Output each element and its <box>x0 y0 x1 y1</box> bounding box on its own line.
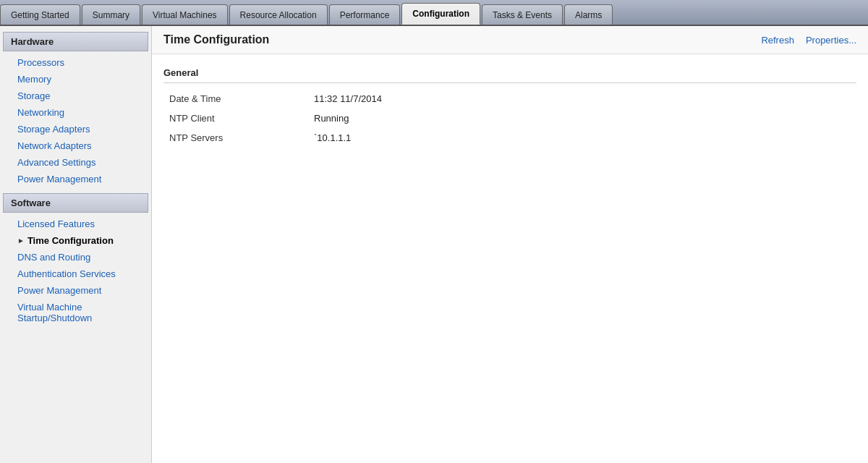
info-table: Date & Time 11:32 11/7/2014 NTP Client R… <box>163 89 856 148</box>
tab-alarms[interactable]: Alarms <box>564 4 613 25</box>
ntp-client-label: NTP Client <box>163 109 308 128</box>
hardware-section: Hardware Processors Memory Storage Netwo… <box>0 32 151 187</box>
sidebar-item-network-adapters[interactable]: Network Adapters <box>0 137 151 154</box>
tab-tasks-events[interactable]: Tasks & Events <box>482 4 563 25</box>
sidebar-item-storage-adapters[interactable]: Storage Adapters <box>0 121 151 137</box>
ntp-client-value: Running <box>308 109 856 128</box>
sidebar-item-vm-startup-shutdown[interactable]: Virtual Machine Startup/Shutdown <box>0 299 151 326</box>
sidebar-item-power-management-hw[interactable]: Power Management <box>0 171 151 187</box>
refresh-link[interactable]: Refresh <box>761 35 794 46</box>
general-section-title: General <box>163 63 856 83</box>
time-config-arrow-icon: ► <box>17 237 25 245</box>
sidebar-item-storage[interactable]: Storage <box>0 88 151 104</box>
software-section-header: Software <box>3 193 148 213</box>
content-title: Time Configuration <box>163 33 269 46</box>
hardware-section-header: Hardware <box>3 32 148 51</box>
software-section: Software Licensed Features ► Time Config… <box>0 193 151 326</box>
sidebar-item-power-management-sw[interactable]: Power Management <box>0 282 151 299</box>
tab-getting-started[interactable]: Getting Started <box>0 4 80 25</box>
sidebar: Hardware Processors Memory Storage Netwo… <box>0 26 152 463</box>
tab-summary[interactable]: Summary <box>82 4 140 25</box>
sidebar-item-dns-routing[interactable]: DNS and Routing <box>0 249 151 266</box>
table-row-date-time: Date & Time 11:32 11/7/2014 <box>163 89 856 109</box>
ntp-servers-label: NTP Servers <box>163 128 308 148</box>
sidebar-item-licensed-features[interactable]: Licensed Features <box>0 216 151 232</box>
ntp-servers-value: `10.1.1.1 <box>308 128 856 148</box>
sidebar-item-networking[interactable]: Networking <box>0 104 151 121</box>
date-time-label: Date & Time <box>163 89 308 109</box>
sidebar-item-memory[interactable]: Memory <box>0 71 151 88</box>
sidebar-item-processors[interactable]: Processors <box>0 54 151 71</box>
tab-virtual-machines[interactable]: Virtual Machines <box>142 4 228 25</box>
main-container: Hardware Processors Memory Storage Netwo… <box>0 26 868 463</box>
date-time-value: 11:32 11/7/2014 <box>308 89 856 109</box>
tab-configuration[interactable]: Configuration <box>401 3 480 25</box>
table-row-ntp-servers: NTP Servers `10.1.1.1 <box>163 128 856 148</box>
sidebar-item-time-configuration[interactable]: ► Time Configuration <box>0 232 151 249</box>
tab-bar: Getting Started Summary Virtual Machines… <box>0 0 868 26</box>
header-actions: Refresh Properties... <box>761 35 856 46</box>
content-header: Time Configuration Refresh Properties... <box>152 26 868 54</box>
tab-resource-allocation[interactable]: Resource Allocation <box>229 4 328 25</box>
properties-link[interactable]: Properties... <box>806 35 856 46</box>
table-row-ntp-client: NTP Client Running <box>163 109 856 128</box>
sidebar-item-advanced-settings[interactable]: Advanced Settings <box>0 154 151 171</box>
sidebar-item-authentication-services[interactable]: Authentication Services <box>0 266 151 282</box>
tab-performance[interactable]: Performance <box>329 4 401 25</box>
content-body: General Date & Time 11:32 11/7/2014 NTP … <box>152 54 868 156</box>
content-area: Time Configuration Refresh Properties...… <box>152 26 868 463</box>
